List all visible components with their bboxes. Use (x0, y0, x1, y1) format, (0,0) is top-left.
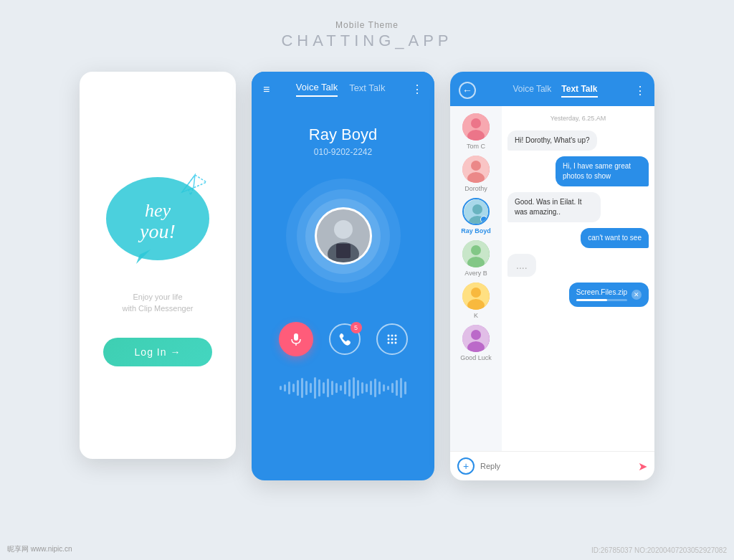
contacts-sidebar: Tom C Dorothy ... (450, 106, 502, 451)
wave-bar (331, 381, 333, 395)
call-buttons: 5 (279, 322, 408, 356)
svg-rect-7 (294, 333, 298, 341)
wave-bar (383, 384, 385, 391)
chat-reply-input[interactable] (480, 462, 632, 470)
contact-rayboyd[interactable]: ... Ray Boyd (461, 198, 491, 234)
svg-point-15 (387, 342, 389, 344)
contact-label-goodluck: Good Luck (460, 354, 492, 361)
contact-label-tom: Tom C (467, 143, 485, 150)
svg-text:...: ... (482, 217, 485, 222)
wave-bar (297, 380, 299, 396)
msg-bubble-received1: Hi! Dorothy, What's up? (507, 130, 597, 151)
phone-login: hey you! Enjoy your life with Clip Messe… (80, 72, 236, 459)
msg-bubble-sent1: Hi, I have same great photos to show (556, 156, 649, 186)
chat-tabs: Voice Talk Text Talk (483, 84, 627, 98)
voice-header: ≡ Voice Talk Text Talk ⋮ (252, 72, 434, 104)
send-button[interactable]: ➤ (638, 460, 647, 473)
svg-point-35 (471, 330, 481, 340)
svg-point-13 (391, 338, 393, 341)
wave-bar (348, 379, 351, 397)
msg-row-sent2: can't want to see (507, 228, 649, 248)
voice-contact-number: 010-9202-2242 (314, 147, 372, 157)
svg-point-19 (471, 118, 481, 128)
chat-add-button[interactable]: + (457, 457, 475, 475)
wave-bar (357, 380, 359, 396)
you-text: you! (140, 221, 176, 243)
voice-avatar (315, 207, 372, 265)
contact-goodluck[interactable]: Good Luck (460, 325, 492, 361)
back-button[interactable]: ← (459, 82, 476, 99)
wave-bar (374, 379, 376, 397)
svg-point-16 (391, 342, 393, 344)
phone-voice: ≡ Voice Talk Text Talk ⋮ Ray Boyd 010-92… (252, 72, 434, 480)
wave-bar (284, 384, 286, 391)
svg-point-11 (394, 335, 396, 337)
wave-bar (305, 381, 308, 395)
wave-bar (280, 386, 282, 390)
active-indicator: ... (480, 216, 487, 223)
wave-bar (318, 379, 320, 397)
wave-bar (370, 381, 372, 395)
tab-voice-talk[interactable]: Voice Talk (296, 82, 338, 97)
mute-button[interactable] (279, 322, 313, 356)
wave-bar (327, 379, 329, 397)
msg-bubble-sent2: can't want to see (581, 228, 649, 248)
file-close-button[interactable]: ✕ (631, 290, 642, 300)
file-progress-bar (576, 299, 627, 301)
msg-row-received1: Hi! Dorothy, What's up? (507, 130, 649, 151)
contact-label-avery: Avery B (464, 270, 487, 277)
wave-bar (366, 384, 368, 392)
login-button[interactable]: Log In → (103, 338, 213, 366)
hey-text: hey (140, 201, 176, 222)
wave-bar (404, 381, 406, 394)
svg-point-17 (394, 342, 396, 344)
svg-point-29 (471, 245, 481, 255)
page-subtitle: Mobile Theme (281, 20, 452, 30)
wave-bar (323, 382, 325, 394)
contact-avatar-k (462, 283, 490, 310)
contact-avatar-dorothy (462, 156, 490, 183)
wave-bar (292, 384, 295, 392)
chat-header: ← Voice Talk Text Talk ⋮ (450, 72, 654, 106)
svg-point-25 (472, 204, 482, 214)
watermark-left: 昵享网 www.nipic.cn (7, 544, 72, 554)
svg-point-9 (387, 335, 389, 337)
chat-more-icon[interactable]: ⋮ (634, 84, 646, 98)
more-icon[interactable]: ⋮ (411, 82, 423, 96)
wave-bar (400, 378, 402, 398)
svg-rect-6 (336, 244, 351, 258)
contact-label-dorothy: Dorothy (464, 185, 487, 192)
contact-dorothy[interactable]: Dorothy (462, 156, 490, 192)
contact-avatar-rayboyd: ... (462, 198, 490, 225)
tab-voice-talk-chat[interactable]: Voice Talk (513, 84, 551, 98)
msg-bubble-received2: Good. Was in Eilat. It was amazing.. (507, 192, 601, 222)
svg-point-12 (387, 338, 389, 341)
contact-avatar-avery (462, 240, 490, 267)
chat-body: Tom C Dorothy ... (450, 106, 654, 451)
call-button[interactable]: 5 (329, 323, 361, 355)
keypad-button[interactable] (376, 323, 408, 355)
hamburger-icon[interactable]: ≡ (263, 83, 270, 96)
page-title: CHATTING_APP (281, 32, 452, 50)
contact-k[interactable]: K (462, 283, 490, 319)
wave-bar (310, 383, 312, 393)
contact-tom[interactable]: Tom C (462, 113, 490, 150)
tab-text-talk-chat[interactable]: Text Talk (561, 84, 597, 98)
waveform (252, 374, 434, 402)
wave-bar (391, 383, 394, 393)
avatar-rings (286, 179, 401, 293)
wave-bar (396, 380, 398, 396)
contact-label-rayboyd: Ray Boyd (461, 227, 491, 234)
svg-point-22 (471, 161, 481, 171)
contact-avery[interactable]: Avery B (462, 240, 490, 277)
wave-bar (314, 377, 316, 399)
contact-avatar-tom (462, 113, 490, 141)
contact-label-k: K (474, 312, 478, 319)
tab-text-talk[interactable]: Text Talk (349, 82, 385, 96)
wave-bar (340, 385, 342, 391)
call-badge: 5 (351, 322, 362, 333)
file-name: Screen.Files.zip (576, 288, 627, 301)
file-bubble-row: Screen.Files.zip ✕ (507, 283, 649, 307)
wave-bar (344, 381, 346, 394)
wave-bar (353, 377, 355, 399)
